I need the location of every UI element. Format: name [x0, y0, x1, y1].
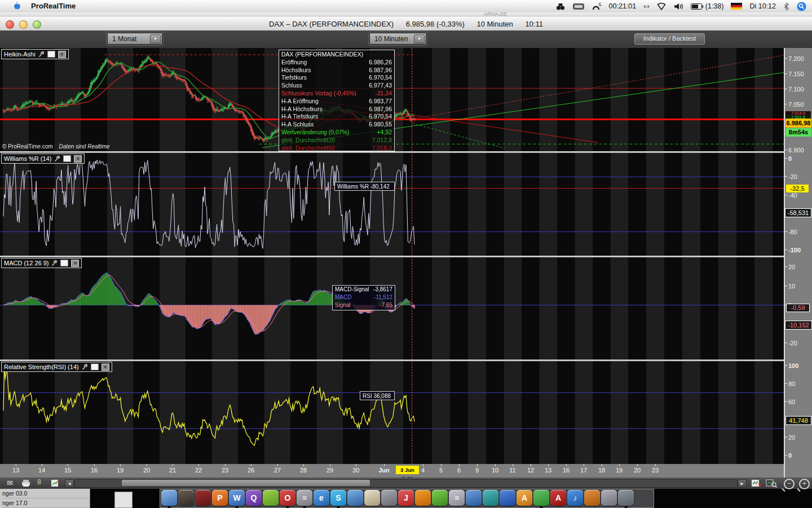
chart-scrollbar[interactable] — [74, 479, 738, 488]
phone-status-icon[interactable] — [592, 2, 602, 10]
save-indicator-icon[interactable] — [91, 364, 99, 370]
save-indicator-icon[interactable] — [47, 51, 55, 58]
dock-icon-glyph: ≡ — [454, 493, 459, 502]
bluetooth-icon[interactable] — [783, 2, 789, 11]
data-box-row: Tiefstkurs6.970,54 — [281, 74, 392, 82]
close-indicator-icon[interactable]: ✕ — [71, 260, 79, 267]
data-box-row: H-A Höchstkurs6.987,96 — [281, 106, 392, 113]
rsi-value-badge: 41,748 — [785, 416, 811, 425]
export-data-icon[interactable] — [51, 479, 60, 487]
spotlight-icon[interactable] — [797, 2, 806, 11]
scroll-left-button[interactable]: ◀ — [65, 479, 74, 488]
scroll-right-button[interactable]: ▶ — [738, 479, 747, 488]
battery-status[interactable]: (1:38) — [691, 2, 724, 10]
dock-icon-25[interactable]: ♪ — [567, 490, 583, 506]
chevron-down-icon[interactable]: ▼ — [150, 34, 161, 43]
close-indicator-icon[interactable]: ✕ — [74, 155, 82, 163]
menubar-app-name[interactable]: ProRealTime — [31, 2, 76, 10]
zoom-out-icon[interactable]: − — [784, 479, 795, 489]
y-axis-tick: -80 — [785, 229, 797, 235]
dock-icon-5[interactable]: W — [229, 490, 245, 506]
keyboard-viewer-icon[interactable] — [572, 3, 585, 10]
x-axis-label: 27 — [274, 467, 281, 474]
wrench-icon[interactable] — [54, 156, 60, 162]
dock-icon-17[interactable] — [432, 490, 448, 506]
fragment-row: nger 03.0 — [2, 489, 90, 498]
dock-icon-7[interactable] — [263, 490, 279, 506]
price-axis-column[interactable]: 7.014,9 7.001,5 6.986,98 8m54s -32,5 -58… — [785, 48, 812, 478]
dock-icon-22[interactable]: A — [517, 490, 532, 506]
dock-icon-8[interactable]: O — [280, 490, 295, 506]
dock-icon-14[interactable] — [381, 490, 397, 506]
dock-icon-11[interactable]: S — [330, 490, 346, 506]
indicator-backtest-button[interactable]: Indikator / Backtest — [634, 33, 705, 45]
scrollbar-thumb[interactable] — [122, 480, 370, 486]
dock-icon-glyph: ≡ — [302, 493, 307, 502]
dock-icon-2[interactable] — [178, 490, 194, 506]
dock-icon-16[interactable] — [415, 490, 431, 506]
dock-icon-15[interactable]: J — [398, 490, 414, 506]
y-axis-tick: 10 — [785, 283, 795, 290]
close-indicator-icon[interactable]: ✕ — [58, 51, 66, 58]
williams-chart-canvas[interactable] — [0, 153, 785, 256]
sync-status-icon[interactable]: ‹·› — [643, 2, 649, 10]
dock-icon-21[interactable] — [500, 490, 515, 506]
apple-menu-icon[interactable] — [12, 2, 20, 11]
dock-icon-19[interactable] — [466, 490, 482, 506]
german-flag-input-icon[interactable] — [731, 3, 742, 10]
dock-icon-1[interactable] — [161, 490, 177, 506]
range-dropdown[interactable]: 1 Monat ▼ — [107, 33, 162, 45]
dock-icon-18[interactable]: ≡ — [449, 490, 465, 506]
binoculars-icon[interactable] — [556, 3, 565, 10]
panel-separator[interactable] — [0, 151, 785, 153]
save-indicator-icon[interactable] — [63, 155, 71, 162]
rsi-chart-canvas[interactable] — [0, 361, 785, 464]
x-axis-label: 5 — [439, 467, 443, 474]
dock-icon-4[interactable]: P — [212, 490, 228, 506]
copyright-text: © ProRealTime.com — [2, 143, 53, 150]
dock-icon-12[interactable] — [347, 490, 363, 506]
wrench-icon[interactable] — [82, 364, 88, 370]
dock-icon-6[interactable]: Q — [246, 490, 262, 506]
dock-icon-28[interactable] — [618, 490, 634, 506]
timeframe-dropdown[interactable]: 10 Minuten ▼ — [369, 33, 426, 45]
dock-icon-20[interactable] — [483, 490, 498, 506]
dock-icon-26[interactable] — [584, 490, 600, 506]
mac-menu-bar: ProRealTime 00:21:01 ‹·› (1:38) Di 10:12 — [0, 0, 812, 13]
zoom-in-icon[interactable]: + — [799, 479, 810, 489]
dock-icon-24[interactable]: A — [550, 490, 566, 506]
panel-separator[interactable] — [0, 360, 785, 361]
dock-icon-27[interactable] — [601, 490, 617, 506]
dock-icon-9[interactable]: ≡ — [297, 490, 312, 506]
dock-icon-3[interactable] — [195, 490, 211, 506]
menubar-clock[interactable]: Di 10:12 — [749, 2, 776, 10]
wrench-icon[interactable] — [51, 260, 58, 266]
battery-icon — [691, 3, 703, 10]
wrench-icon[interactable] — [38, 51, 45, 58]
panel-separator[interactable] — [0, 256, 785, 257]
dock-icon-23[interactable] — [533, 490, 549, 506]
save-indicator-icon[interactable] — [60, 260, 68, 266]
airport-icon[interactable] — [656, 2, 667, 10]
time-axis[interactable]: 1314151619202122232627282930Jun456910111… — [0, 464, 812, 478]
williams-value-badge: -58,531 — [785, 208, 811, 217]
snapshot-chart-icon[interactable] — [751, 479, 761, 487]
data-box-title: DAX (PERFORMANCEINDEX) — [281, 51, 392, 59]
indicator-name: Williams %R (14) — [4, 155, 51, 162]
cursor-data-box: DAX (PERFORMANCEINDEX) Eröffnung6.986,26… — [279, 50, 395, 151]
chevron-down-icon[interactable]: ▼ — [414, 34, 425, 43]
mail-chart-icon[interactable]: ✉ — [7, 479, 13, 487]
zoom-chart-selection-icon[interactable] — [766, 479, 777, 488]
close-indicator-icon[interactable]: ✕ — [102, 364, 109, 371]
window-title: DAX – DAX (PERFORMANCEINDEX) 6.985,98 (-… — [0, 20, 812, 28]
link-charts-icon[interactable]: 8 — [37, 478, 41, 486]
print-icon[interactable] — [20, 479, 32, 487]
dock-icon-glyph: J — [404, 493, 408, 502]
price-panel-label: Heikin-Ashi ✕ — [1, 49, 69, 59]
rsi-panel-label: Relative Strength(RSI) (14) ✕ — [1, 362, 112, 372]
volume-icon[interactable] — [674, 3, 683, 10]
menubar-timer[interactable]: 00:21:01 — [609, 2, 637, 10]
dock-icon-10[interactable]: e — [314, 490, 329, 506]
dock-icon-13[interactable] — [364, 490, 380, 506]
window-title-bar[interactable]: DAX – DAX (PERFORMANCEINDEX) 6.985,98 (-… — [0, 17, 812, 32]
